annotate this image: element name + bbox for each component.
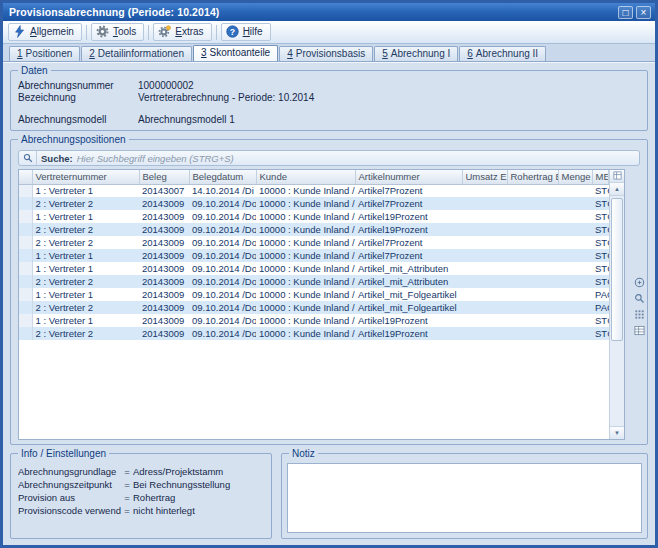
grid-icon bbox=[613, 171, 622, 181]
scroll-down-button[interactable]: ▼ bbox=[610, 426, 624, 439]
col-header-kunde[interactable]: Kunde bbox=[256, 170, 355, 184]
col-header-rohertrag[interactable]: Rohertrag EUR bbox=[507, 170, 558, 184]
positions-grid: Vertreternummer Beleg Belegdatum Kunde A… bbox=[18, 169, 625, 440]
search-button[interactable] bbox=[19, 151, 37, 165]
info-row: Abrechnungszeitpunkt = Bei Rechnungsstel… bbox=[18, 478, 264, 491]
daten-group: Daten Abrechnungsnummer 1000000002 Bezei… bbox=[10, 70, 648, 131]
row-selector-cell bbox=[19, 262, 32, 275]
table-header-row: Vertreternummer Beleg Belegdatum Kunde A… bbox=[19, 170, 609, 184]
tab-provisionsbasis[interactable]: 4Provisionsbasis bbox=[279, 46, 373, 61]
info-group-title: Info / Einstellungen bbox=[18, 448, 109, 459]
scroll-up-button[interactable]: ▲ bbox=[610, 183, 624, 196]
row-selector-cell bbox=[19, 197, 32, 210]
abrechnungsnummer-label: Abrechnungsnummer bbox=[18, 80, 138, 92]
extras-button[interactable]: Extras bbox=[153, 23, 211, 41]
row-selector-cell bbox=[19, 314, 32, 327]
tools-button[interactable]: Tools bbox=[91, 23, 144, 41]
titlebar[interactable]: Provisionsabrechnung (Periode: 10.2014) … bbox=[3, 3, 655, 21]
abrechnungsmodell-label: Abrechnungsmodell bbox=[18, 114, 138, 126]
tab-strip: 1Positionen 2Detailinformationen 3Skonto… bbox=[3, 44, 655, 62]
toolbar-separator bbox=[86, 25, 87, 40]
window-title: Provisionsabrechnung (Periode: 10.2014) bbox=[9, 6, 615, 18]
table-icon bbox=[634, 322, 645, 340]
toolbar-separator bbox=[216, 25, 217, 40]
magnifier-icon bbox=[23, 149, 33, 167]
toolbar-separator bbox=[148, 25, 149, 40]
row-selector-header bbox=[19, 170, 32, 184]
search-bar: Suche: bbox=[18, 150, 640, 166]
bezeichnung-field: Bezeichnung Vertreterabrechnung - Period… bbox=[18, 92, 640, 104]
scrollbar-thumb[interactable] bbox=[611, 198, 623, 341]
table-row[interactable]: 1 : Vertreter 1 20143009 09.10.2014 /Do … bbox=[19, 262, 609, 275]
app-window: Provisionsabrechnung (Periode: 10.2014) … bbox=[0, 0, 658, 548]
tab-detailinformationen[interactable]: 2Detailinformationen bbox=[81, 46, 192, 61]
info-row: Abrechnungsgrundlage = Adress/Projektsta… bbox=[18, 465, 264, 478]
tab-abrechnung-2[interactable]: 6Abrechnung II bbox=[459, 46, 546, 61]
col-header-belegdatum[interactable]: Belegdatum bbox=[189, 170, 256, 184]
table-row[interactable]: 2 : Vertreter 2 20143009 09.10.2014 /Do … bbox=[19, 327, 609, 340]
abrechnungsmodell-field: Abrechnungsmodell Abrechnungsmodell 1 bbox=[18, 114, 640, 126]
info-row: Provision aus = Rohertrag bbox=[18, 491, 264, 504]
refresh-circle-button[interactable] bbox=[634, 277, 646, 289]
hilfe-button[interactable]: ? Hilfe bbox=[221, 23, 271, 41]
search-input[interactable] bbox=[77, 152, 639, 165]
abrechnungsnummer-value: 1000000002 bbox=[138, 80, 640, 92]
row-selector-cell bbox=[19, 210, 32, 223]
row-selector-cell bbox=[19, 249, 32, 262]
row-selector-cell bbox=[19, 301, 32, 314]
svg-text:?: ? bbox=[229, 27, 234, 37]
grid-search-button[interactable] bbox=[634, 293, 646, 305]
search-label: Suche: bbox=[41, 153, 73, 164]
daten-group-title: Daten bbox=[18, 65, 51, 76]
info-einstellungen-group: Info / Einstellungen Abrechnungsgrundlag… bbox=[10, 453, 272, 539]
row-selector-cell bbox=[19, 236, 32, 249]
abrechnungspositionen-group: Abrechnungspositionen Suche: bbox=[10, 139, 648, 445]
minimize-button[interactable]: □ bbox=[618, 6, 633, 19]
tab-skontoanteile[interactable]: 3Skontoanteile bbox=[193, 45, 278, 61]
abrechnungsnummer-field: Abrechnungsnummer 1000000002 bbox=[18, 80, 640, 92]
help-icon: ? bbox=[226, 25, 239, 38]
col-header-umsatz[interactable]: Umsatz EUR bbox=[462, 170, 507, 184]
tab-page: Daten Abrechnungsnummer 1000000002 Bezei… bbox=[3, 62, 655, 545]
table-row[interactable]: 2 : Vertreter 2 20143009 09.10.2014 /Do … bbox=[19, 223, 609, 236]
tab-abrechnung-1[interactable]: 5Abrechnung I bbox=[374, 46, 458, 61]
table-layout-button[interactable] bbox=[634, 325, 646, 337]
tab-positionen[interactable]: 1Positionen bbox=[9, 46, 80, 61]
column-chooser-button[interactable] bbox=[610, 170, 624, 183]
bezeichnung-value: Vertreterabrechnung - Periode: 10.2014 bbox=[138, 92, 640, 104]
col-header-artikelnummer[interactable]: Artikelnummer bbox=[355, 170, 462, 184]
row-selector-cell bbox=[19, 288, 32, 301]
table-row[interactable]: 2 : Vertreter 2 20143009 09.10.2014 /Do … bbox=[19, 275, 609, 288]
info-row: Provisionscode verwenden = nicht hinterl… bbox=[18, 504, 264, 517]
grid-dots-button[interactable] bbox=[634, 309, 646, 321]
col-header-me[interactable]: ME bbox=[592, 170, 609, 184]
col-header-vertreternummer[interactable]: Vertreternummer bbox=[32, 170, 139, 184]
col-header-beleg[interactable]: Beleg bbox=[139, 170, 189, 184]
table-row[interactable]: 2 : Vertreter 2 20143009 09.10.2014 /Do … bbox=[19, 301, 609, 314]
bottom-panels: Info / Einstellungen Abrechnungsgrundlag… bbox=[10, 453, 648, 539]
table-row[interactable]: 2 : Vertreter 2 20143009 09.10.2014 /Do … bbox=[19, 197, 609, 210]
row-selector-cell bbox=[19, 327, 32, 340]
toolbar: Allgemein Tools Extras ? Hilfe bbox=[3, 21, 655, 44]
table-row[interactable]: 2 : Vertreter 2 20143009 09.10.2014 /Do … bbox=[19, 236, 609, 249]
table-row[interactable]: 1 : Vertreter 1 20143009 09.10.2014 /Do … bbox=[19, 210, 609, 223]
notiz-group-title: Notiz bbox=[289, 448, 318, 459]
close-button[interactable]: × bbox=[636, 6, 651, 19]
row-selector-cell bbox=[19, 223, 32, 236]
notiz-group: Notiz bbox=[281, 453, 648, 539]
gear-icon bbox=[96, 25, 109, 38]
notiz-textarea[interactable] bbox=[287, 463, 642, 533]
vertical-scrollbar[interactable]: ▲ ▼ bbox=[609, 170, 624, 439]
col-header-menge[interactable]: Menge bbox=[558, 170, 592, 184]
grid-side-toolbar bbox=[633, 277, 646, 337]
table-row[interactable]: 1 : Vertreter 1 20143009 09.10.2014 /Do … bbox=[19, 288, 609, 301]
row-selector-cell bbox=[19, 275, 32, 288]
table-row[interactable]: 1 : Vertreter 1 20143009 09.10.2014 /Do … bbox=[19, 249, 609, 262]
abrechnungsmodell-value: Abrechnungsmodell 1 bbox=[138, 114, 640, 126]
abrechnungspositionen-group-title: Abrechnungspositionen bbox=[18, 134, 129, 145]
scrollbar-track[interactable] bbox=[610, 196, 624, 426]
table-row[interactable]: 1 : Vertreter 1 20143009 09.10.2014 /Do … bbox=[19, 314, 609, 327]
allgemein-button[interactable]: Allgemein bbox=[8, 23, 82, 41]
bezeichnung-label: Bezeichnung bbox=[18, 92, 138, 104]
table-row[interactable]: 1 : Vertreter 1 20143007 14.10.2014 /Di … bbox=[19, 184, 609, 197]
